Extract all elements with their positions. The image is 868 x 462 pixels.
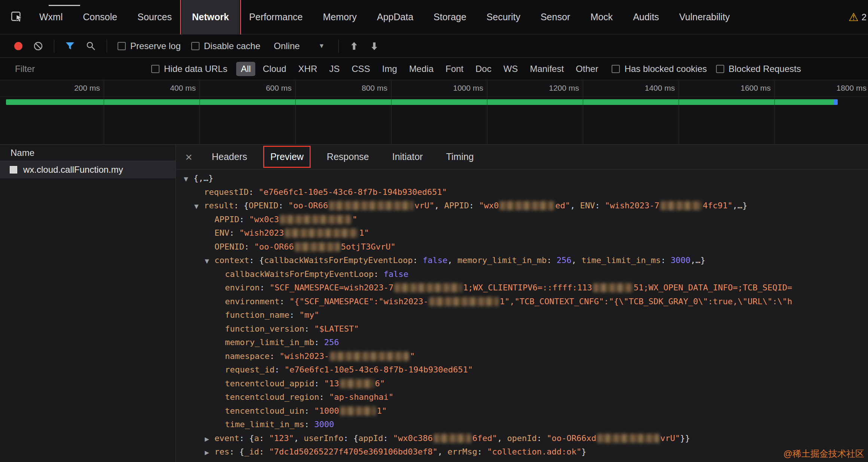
token-k: tencentcloud_region: [225, 392, 319, 402]
token-p: : {: [239, 434, 254, 443]
record-button[interactable]: [14, 42, 22, 50]
tree-line[interactable]: ▼result: {OPENID: "oo-OR66vrU", APPID: "…: [176, 199, 868, 213]
token-p: :: [413, 256, 423, 265]
redacted-blur: [434, 434, 471, 443]
filter-chip-doc[interactable]: Doc: [471, 62, 496, 76]
file-icon: [10, 166, 17, 173]
tree-expander-icon[interactable]: ▼: [205, 254, 214, 268]
filter-chip-cloud[interactable]: Cloud: [258, 62, 291, 76]
tree-line[interactable]: function_version: "$LATEST": [176, 322, 868, 336]
filter-chip-js[interactable]: JS: [325, 62, 344, 76]
blocked-requests-checkbox[interactable]: Blocked Requests: [716, 64, 801, 74]
token-k: context: [214, 256, 249, 265]
filter-chip-manifest[interactable]: Manifest: [526, 62, 569, 76]
tab-sources[interactable]: Sources: [127, 0, 182, 34]
tab-appdata[interactable]: AppData: [367, 0, 423, 34]
tree-line[interactable]: tencentcloud_uin: "10001": [176, 404, 868, 418]
filter-chip-img[interactable]: Img: [378, 62, 402, 76]
clear-button[interactable]: [33, 41, 43, 51]
inspect-element-button[interactable]: [10, 9, 24, 25]
tree-line[interactable]: environ: "SCF_NAMESPACE=wish2023-71;WX_C…: [176, 281, 868, 295]
detail-tab-initiator[interactable]: Initiator: [389, 150, 426, 164]
tree-line[interactable]: APPID: "wx0c3": [176, 213, 868, 227]
timeline-tick-label: 600 ms: [235, 84, 292, 93]
token-p: ,: [448, 256, 458, 265]
import-har-button[interactable]: [349, 41, 359, 51]
filter-input[interactable]: [15, 64, 142, 74]
export-har-button[interactable]: [369, 41, 379, 51]
request-row[interactable]: wx.cloud.callFunction.my: [0, 161, 176, 178]
tree-line[interactable]: requestID: "e76e6fc1-10e5-43c6-8f7b-194b…: [176, 185, 868, 199]
tab-network[interactable]: Network: [182, 0, 239, 34]
token-k: environ: [225, 283, 260, 292]
tree-line[interactable]: OPENID: "oo-OR665otjT3GvrU": [176, 240, 868, 254]
tree-expander-icon[interactable]: ▼: [194, 200, 204, 214]
filter-chip-xhr[interactable]: XHR: [294, 62, 322, 76]
tab-audits[interactable]: Audits: [623, 0, 669, 34]
issues-area[interactable]: ⚠ 2: [849, 0, 867, 34]
tree-line[interactable]: memory_limit_in_mb: 256: [176, 336, 868, 350]
detail-tab-response[interactable]: Response: [324, 150, 372, 164]
detail-tab-headers[interactable]: Headers: [209, 150, 250, 164]
tree-line[interactable]: tencentcloud_region: "ap-shanghai": [176, 390, 868, 404]
tree-line[interactable]: callbackWaitsForEmptyEventLoop: false: [176, 268, 868, 281]
tree-line[interactable]: ▶res: {_id: "7dc1d50265227f4705e369106bd…: [176, 445, 868, 459]
devtools-window: WxmlConsoleSourcesNetworkPerformanceMemo…: [0, 0, 868, 462]
tree-line[interactable]: time_limit_in_ms: 3000: [176, 418, 868, 432]
search-button[interactable]: [86, 41, 96, 51]
tab-console[interactable]: Console: [73, 0, 127, 34]
has-blocked-cookies-checkbox[interactable]: Has blocked cookies: [612, 64, 707, 74]
tree-line[interactable]: function_name: "my": [176, 308, 868, 322]
tab-performance[interactable]: Performance: [239, 0, 313, 34]
timeline-tick-label: 200 ms: [44, 84, 100, 93]
filter-chip-ws[interactable]: WS: [499, 62, 523, 76]
filter-chip-css[interactable]: CSS: [347, 62, 375, 76]
disable-cache-checkbox[interactable]: Disable cache: [191, 41, 261, 51]
token-p: :: [278, 201, 289, 210]
tree-line[interactable]: ▶event: {a: "123", userInfo: {appId: "wx…: [176, 432, 868, 446]
token-p: :: [289, 310, 299, 320]
tree-expander-icon[interactable]: ▶: [205, 446, 214, 460]
close-icon[interactable]: ×: [185, 151, 192, 163]
detail-tab-timing[interactable]: Timing: [443, 150, 477, 164]
tree-line[interactable]: ▼{,…}: [176, 172, 868, 185]
name-column-header[interactable]: Name: [0, 145, 176, 161]
tab-vulnerability[interactable]: Vulnerability: [669, 0, 740, 34]
tab-mock[interactable]: Mock: [580, 0, 623, 34]
token-s: 4fc91": [703, 201, 733, 210]
token-s: "my": [299, 310, 319, 320]
tree-line[interactable]: ▼context: {callbackWaitsForEmptyEventLoo…: [176, 254, 868, 268]
filter-chip-other[interactable]: Other: [571, 62, 603, 76]
tab-memory[interactable]: Memory: [313, 0, 367, 34]
tree-line[interactable]: tencentcloud_appid: "136": [176, 377, 868, 391]
tab-storage[interactable]: Storage: [423, 0, 476, 34]
filter-chip-font[interactable]: Font: [441, 62, 468, 76]
timeline-gridline: [487, 80, 487, 144]
inspect-cursor-icon: [10, 9, 24, 25]
filter-chip-all[interactable]: All: [236, 62, 255, 76]
hide-data-urls-checkbox[interactable]: Hide data URLs: [151, 64, 227, 74]
network-overview-bar[interactable]: [6, 99, 834, 105]
preserve-log-checkbox[interactable]: Preserve log: [118, 41, 181, 51]
tree-line[interactable]: request_id: "e76e6fc1-10e5-43c6-8f7b-194…: [176, 363, 868, 377]
network-overview[interactable]: 200 ms400 ms600 ms800 ms1000 ms1200 ms14…: [0, 80, 868, 145]
timeline-tick-label: 400 ms: [140, 84, 196, 93]
filter-toggle-button[interactable]: [65, 41, 75, 51]
token-k: ENV: [580, 201, 595, 210]
tree-line[interactable]: namespace: "wish2023-": [176, 350, 868, 363]
filter-chip-media[interactable]: Media: [405, 62, 438, 76]
detail-tab-preview[interactable]: Preview: [267, 150, 307, 164]
throttling-select[interactable]: Online ▼: [271, 41, 328, 51]
tree-expander-icon[interactable]: ▼: [184, 172, 194, 186]
tab-security[interactable]: Security: [476, 0, 530, 34]
throttling-value: Online: [274, 41, 299, 51]
tab-sensor[interactable]: Sensor: [530, 0, 580, 34]
tree-expander-icon[interactable]: ▶: [205, 432, 214, 446]
token-b: false: [384, 269, 408, 279]
token-p: :: [319, 392, 329, 402]
tree-line[interactable]: ENV: "wish20231": [176, 226, 868, 240]
redacted-blur: [661, 201, 702, 210]
token-p: :: [374, 269, 384, 279]
token-s: 1": [359, 228, 369, 238]
tree-line[interactable]: environment: "{"SCF_NAMESPACE":"wish2023…: [176, 295, 868, 309]
